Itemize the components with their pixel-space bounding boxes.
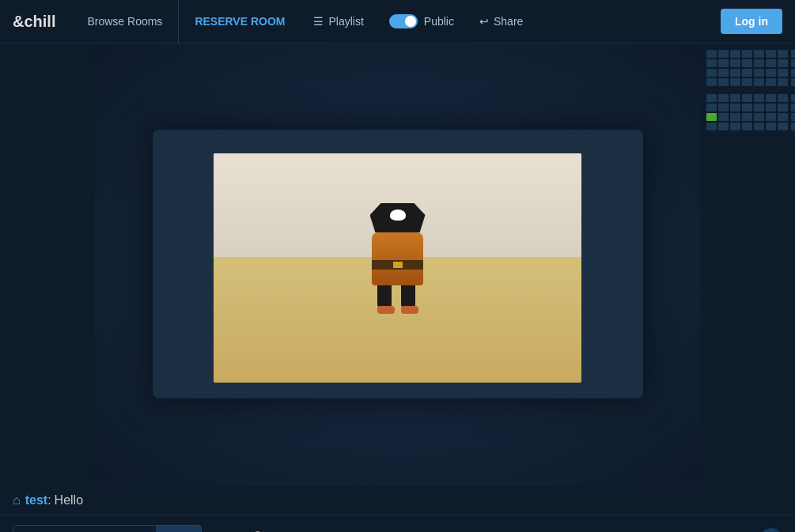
seat[interactable] xyxy=(754,69,764,77)
seat[interactable] xyxy=(754,123,764,130)
browse-rooms-button[interactable]: Browse Rooms xyxy=(71,0,179,43)
seat-blocks-top xyxy=(706,50,789,91)
pirate-hat xyxy=(370,203,426,232)
seat[interactable] xyxy=(766,69,776,77)
left-sidebar xyxy=(0,43,95,485)
playlist-label: Playlist xyxy=(328,15,363,28)
playlist-button[interactable]: ☰ Playlist xyxy=(301,0,376,43)
toggle-knob xyxy=(405,16,416,27)
seat[interactable] xyxy=(791,59,795,67)
seat[interactable] xyxy=(730,104,740,111)
microphone-button[interactable]: 🎤 xyxy=(241,527,265,533)
seat[interactable] xyxy=(730,69,740,77)
seat[interactable] xyxy=(718,123,729,130)
seat[interactable] xyxy=(766,59,776,67)
cat-figure xyxy=(358,203,437,314)
message-username: test xyxy=(25,493,47,507)
video-content xyxy=(214,153,581,383)
seat[interactable] xyxy=(730,123,740,130)
belt-buckle xyxy=(393,262,403,268)
theater-stage xyxy=(95,43,700,485)
seat[interactable] xyxy=(791,104,795,111)
help-button[interactable]: ? xyxy=(760,528,782,533)
paw-right xyxy=(401,306,418,314)
seat[interactable] xyxy=(706,50,717,58)
seat[interactable] xyxy=(791,78,795,86)
leg-right xyxy=(401,285,415,308)
seat[interactable] xyxy=(778,69,788,77)
login-button[interactable]: Log in xyxy=(721,9,782,34)
public-toggle[interactable]: Public xyxy=(377,0,467,43)
seat[interactable] xyxy=(754,104,764,111)
seat[interactable] xyxy=(778,123,788,130)
seat[interactable] xyxy=(791,50,795,58)
seat[interactable] xyxy=(791,94,795,102)
seat[interactable] xyxy=(791,113,795,121)
seat[interactable] xyxy=(778,104,788,111)
message-colon: : xyxy=(47,493,51,507)
seat[interactable] xyxy=(706,94,717,102)
chat-button[interactable]: Chat xyxy=(156,525,201,533)
seat[interactable] xyxy=(718,78,729,86)
toggle-switch[interactable] xyxy=(389,14,418,28)
seat[interactable] xyxy=(766,94,776,102)
home-icon: ⌂ xyxy=(13,493,21,507)
seat[interactable] xyxy=(742,50,752,58)
seat[interactable] xyxy=(754,94,764,102)
seat[interactable] xyxy=(778,78,788,86)
seat[interactable] xyxy=(706,69,717,77)
seat[interactable] xyxy=(742,59,752,67)
seat[interactable] xyxy=(754,113,764,121)
seat[interactable] xyxy=(730,50,740,58)
reserve-room-button[interactable]: RESERVE ROOM xyxy=(179,0,301,43)
seat[interactable] xyxy=(742,94,752,102)
seat[interactable] xyxy=(730,113,740,121)
more-options-button[interactable]: ⋮ xyxy=(210,527,233,533)
leg-left xyxy=(377,285,392,308)
seat[interactable] xyxy=(742,113,752,121)
seat[interactable] xyxy=(766,50,776,58)
hat-skull xyxy=(390,209,406,221)
seat[interactable] xyxy=(742,78,752,86)
seat[interactable] xyxy=(791,123,795,130)
seat[interactable] xyxy=(778,94,788,102)
seat[interactable] xyxy=(766,104,776,111)
chat-input-container: Chat xyxy=(13,525,202,533)
seat[interactable] xyxy=(706,123,717,130)
seat-block-bottom-right xyxy=(791,94,795,130)
seat[interactable] xyxy=(730,94,740,102)
seat[interactable] xyxy=(778,113,788,121)
seat[interactable] xyxy=(706,78,717,86)
seat[interactable] xyxy=(754,78,764,86)
seat[interactable] xyxy=(718,59,729,67)
share-icon: ↩ xyxy=(479,15,489,28)
seat[interactable] xyxy=(706,104,717,111)
seat[interactable] xyxy=(742,123,752,130)
seat[interactable] xyxy=(742,104,752,111)
chat-input[interactable] xyxy=(13,525,156,533)
seat[interactable] xyxy=(766,113,776,121)
seat[interactable] xyxy=(706,59,717,67)
seat[interactable] xyxy=(718,94,729,102)
seat[interactable] xyxy=(730,78,740,86)
seat[interactable] xyxy=(730,59,740,67)
seat[interactable] xyxy=(718,50,729,58)
seat[interactable] xyxy=(706,113,717,121)
share-button[interactable]: ↩ Share xyxy=(467,0,536,43)
seat[interactable] xyxy=(718,104,729,111)
seat-block-top-right xyxy=(791,50,795,86)
seat[interactable] xyxy=(778,59,788,67)
right-sidebar xyxy=(700,43,795,485)
seat[interactable] xyxy=(754,59,764,67)
public-label: Public xyxy=(424,15,454,28)
seat[interactable] xyxy=(754,50,764,58)
seat[interactable] xyxy=(766,123,776,130)
video-frame xyxy=(214,153,581,383)
seat[interactable] xyxy=(766,78,776,86)
seat[interactable] xyxy=(742,69,752,77)
seat[interactable] xyxy=(718,113,729,121)
seat[interactable] xyxy=(791,69,795,77)
playlist-icon: ☰ xyxy=(313,15,324,28)
seat[interactable] xyxy=(778,50,788,58)
seat[interactable] xyxy=(718,69,729,77)
